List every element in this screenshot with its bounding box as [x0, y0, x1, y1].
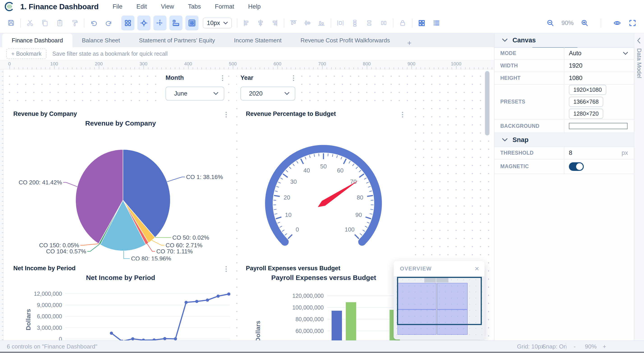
lock-button[interactable] [398, 19, 407, 27]
close-icon[interactable]: × [474, 264, 479, 273]
minimap-viewport[interactable] [397, 277, 482, 325]
data-model-label[interactable]: Data Model [636, 48, 643, 78]
align-left-button[interactable] [242, 19, 251, 27]
align-right-button[interactable] [270, 19, 279, 27]
svg-text:CO 200: 41.42%: CO 200: 41.42% [19, 179, 62, 186]
widget-menu-icon[interactable] [226, 112, 227, 117]
dashboard-tab-1[interactable]: Balance Sheet [72, 33, 130, 47]
overview-minimap[interactable] [394, 277, 484, 340]
dashboard-tab-0[interactable]: Finance Dashboard [2, 33, 72, 47]
height-input[interactable]: 1080 [564, 72, 634, 84]
svg-text:CO 50: 0.02%: CO 50: 0.02% [172, 234, 209, 241]
month-filter-select[interactable]: June [166, 86, 224, 100]
revenue-by-company-widget[interactable]: Revenue by Company Revenue by Company CO… [6, 108, 234, 260]
threshold-input[interactable]: 8 px [564, 147, 634, 159]
chevron-left-icon [636, 37, 641, 44]
svg-text:100: 100 [345, 226, 354, 233]
distribute-horizontal-button[interactable] [336, 19, 345, 27]
revenue-percentage-gauge-chart: 0102030405060708090100 [239, 108, 408, 260]
chevron-down-icon [223, 22, 228, 24]
divider [237, 18, 237, 27]
redo-button[interactable] [105, 19, 113, 27]
fullscreen-button[interactable] [628, 19, 637, 27]
align-middle-vertical-button[interactable] [303, 19, 312, 27]
dashboard-tab-2[interactable]: Statement of Partners’ Equity [130, 33, 224, 47]
ruler-label: 500 [229, 61, 236, 66]
snap-to-grid-toggle[interactable] [154, 15, 166, 30]
undo-button[interactable] [89, 19, 98, 27]
menu-view[interactable]: View [161, 3, 174, 10]
data-model-strip: Data Model [634, 33, 644, 340]
space-evenly-vertical-button[interactable] [365, 19, 374, 27]
list-view-button[interactable] [432, 19, 441, 27]
width-input[interactable]: 1920 [564, 60, 634, 72]
paste-button[interactable] [56, 19, 64, 27]
menu-tabs[interactable]: Tabs [188, 3, 201, 10]
app-logo-icon [4, 2, 14, 11]
background-color-swatch[interactable] [569, 123, 628, 129]
menu-help[interactable]: Help [248, 3, 261, 10]
show-grid-toggle[interactable] [186, 15, 198, 30]
align-top-button[interactable] [289, 19, 298, 27]
status-zoom-in-button[interactable]: + [603, 343, 606, 350]
grid-layout-toggle[interactable] [121, 15, 134, 30]
preset-button-0[interactable]: 1920×1080 [569, 85, 606, 95]
grid-size-select[interactable]: 10px [203, 17, 232, 28]
svg-text:CO 70: 1.11%: CO 70: 1.11% [156, 248, 193, 255]
year-filter-value: 2020 [249, 90, 262, 97]
canvas-vertical-scrollbar[interactable] [485, 71, 490, 135]
zoom-level[interactable]: 90% [562, 19, 574, 26]
chevron-down-icon [214, 92, 218, 95]
chart-title: Net Income by Period [6, 274, 234, 282]
distribute-vertical-button[interactable] [350, 19, 359, 27]
vertical-ruler [0, 69, 4, 340]
magnetic-toggle[interactable] [569, 162, 584, 171]
cut-button[interactable] [26, 19, 34, 27]
widget-title: Revenue Percentage to Budget [246, 110, 336, 117]
status-zoom-level: 90% [585, 343, 597, 350]
copy-button[interactable] [40, 19, 49, 27]
menu-file[interactable]: File [112, 3, 122, 10]
data-model-expand-button[interactable] [636, 37, 641, 44]
menu-edit[interactable]: Edit [136, 3, 147, 10]
widget-menu-icon[interactable] [402, 112, 404, 117]
canvas-section-header[interactable]: Canvas [494, 33, 634, 47]
year-filter-select[interactable]: 2020 [240, 86, 295, 100]
align-bottom-button[interactable] [317, 19, 326, 27]
year-filter-menu-icon[interactable] [293, 75, 295, 81]
svg-text:9,000,000: 9,000,000 [37, 302, 62, 308]
widget-title: Payroll Expenses versus Budget [246, 265, 340, 272]
zoom-in-button[interactable] [580, 19, 589, 27]
dashboard-tab-4[interactable]: Revenue Cost Profit Walkforwards [291, 33, 399, 47]
svg-text:CO 1: 38.16%: CO 1: 38.16% [186, 174, 223, 180]
net-income-widget[interactable]: Net Income by Period Net Income by Perio… [6, 262, 234, 340]
snap-to-guides-toggle[interactable] [137, 15, 150, 30]
save-button[interactable] [7, 19, 15, 27]
zoom-out-button[interactable] [546, 19, 555, 27]
dashboard-tab-3[interactable]: Income Statement [224, 33, 291, 47]
grid-view-button[interactable] [417, 19, 426, 27]
snap-section-header[interactable]: Snap [494, 133, 634, 147]
mode-select[interactable]: Auto [564, 47, 634, 59]
add-bookmark-button[interactable]: + Bookmark [6, 48, 46, 59]
mode-row: MODE Auto [494, 47, 634, 60]
status-zoom-out-button[interactable]: - [574, 343, 576, 350]
month-filter-menu-icon[interactable] [222, 75, 224, 81]
menu-format[interactable]: Format [215, 3, 234, 10]
format-paint-button[interactable] [70, 19, 79, 27]
add-tab-button[interactable]: + [400, 38, 419, 47]
space-evenly-horizontal-button[interactable] [380, 19, 388, 27]
payroll-vs-budget-widget[interactable]: Payroll Expenses versus Budget Payroll E… [239, 262, 408, 340]
show-ruler-toggle[interactable] [170, 15, 182, 30]
divider [393, 18, 394, 27]
preset-button-2[interactable]: 1280×720 [569, 109, 603, 119]
preview-eye-button[interactable] [613, 19, 622, 27]
widget-menu-icon[interactable] [226, 266, 227, 272]
svg-text:40: 40 [304, 167, 310, 174]
align-center-horizontal-button[interactable] [256, 19, 265, 27]
preset-button-1[interactable]: 1366×768 [569, 97, 603, 107]
revenue-percentage-gauge-widget[interactable]: Revenue Percentage to Budget 01020304050… [239, 108, 408, 260]
overview-panel[interactable]: OVERVIEW × [394, 261, 484, 340]
threshold-row: THRESHOLD 8 px [494, 147, 634, 159]
svg-text:100,000,000: 100,000,000 [292, 304, 324, 311]
